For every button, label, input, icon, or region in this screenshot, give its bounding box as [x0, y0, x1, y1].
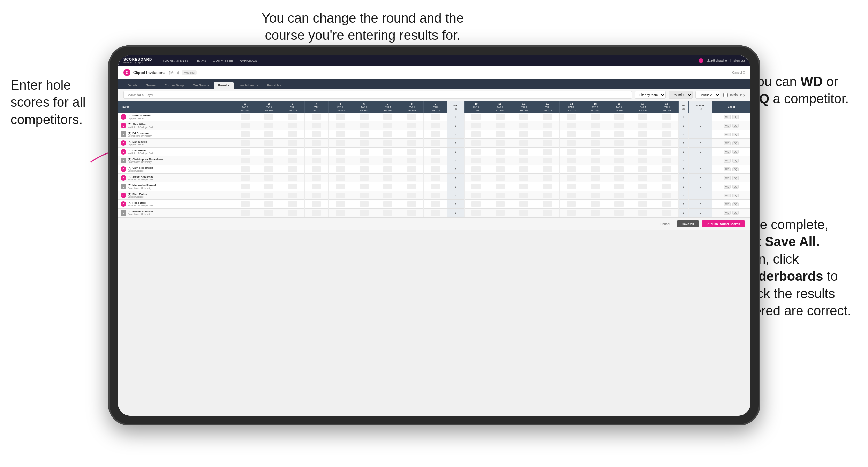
hole-4-cell[interactable]	[304, 182, 328, 191]
hole-13-cell[interactable]	[536, 165, 559, 174]
hole-5-input[interactable]	[336, 201, 345, 207]
hole-5-input[interactable]	[336, 193, 345, 198]
hole-4-input[interactable]	[312, 201, 321, 207]
hole-10-input[interactable]	[471, 114, 481, 120]
hole-7-input[interactable]	[383, 184, 392, 189]
hole-11-input[interactable]	[496, 149, 505, 155]
hole-11-cell[interactable]	[488, 191, 512, 200]
hole-5-input[interactable]	[336, 131, 345, 137]
hole-6-input[interactable]	[360, 123, 369, 128]
hole-5-input[interactable]	[336, 114, 345, 120]
hole-10-cell[interactable]	[464, 174, 488, 182]
hole-4-input[interactable]	[312, 131, 321, 137]
hole-16-input[interactable]	[614, 114, 624, 120]
hole-9-input[interactable]	[431, 166, 440, 172]
hole-9-cell[interactable]	[424, 148, 447, 156]
hole-7-cell[interactable]	[376, 182, 400, 191]
hole-16-input[interactable]	[614, 193, 624, 198]
hole-2-input[interactable]	[264, 193, 273, 198]
hole-13-input[interactable]	[543, 201, 552, 207]
hole-17-input[interactable]	[638, 166, 647, 172]
hole-16-input[interactable]	[614, 140, 624, 146]
hole-17-input[interactable]	[638, 158, 647, 163]
hole-1-input[interactable]	[241, 123, 250, 128]
hole-6-cell[interactable]	[352, 121, 376, 130]
hole-7-cell[interactable]	[376, 148, 400, 156]
hole-7-input[interactable]	[383, 166, 392, 172]
hole-8-cell[interactable]	[400, 165, 423, 174]
hole-15-input[interactable]	[591, 140, 600, 146]
hole-13-input[interactable]	[543, 123, 552, 128]
hole-8-input[interactable]	[407, 201, 416, 207]
hole-15-cell[interactable]	[583, 113, 607, 121]
hole-5-cell[interactable]	[329, 182, 352, 191]
hole-3-input[interactable]	[288, 131, 297, 137]
wd-button[interactable]: WD	[724, 124, 731, 128]
hole-2-input[interactable]	[264, 158, 273, 163]
hole-1-cell[interactable]	[233, 191, 257, 200]
hole-1-input[interactable]	[241, 158, 250, 163]
hole-3-cell[interactable]	[281, 182, 304, 191]
hole-6-cell[interactable]	[352, 130, 376, 139]
hole-18-input[interactable]	[662, 210, 671, 216]
hole-13-cell[interactable]	[536, 209, 559, 217]
hole-11-cell[interactable]	[488, 156, 512, 165]
hole-14-cell[interactable]	[559, 165, 583, 174]
hole-10-cell[interactable]	[464, 200, 488, 209]
search-input[interactable]	[123, 91, 632, 99]
hole-11-cell[interactable]	[488, 148, 512, 156]
hole-2-input[interactable]	[264, 131, 273, 137]
hole-8-cell[interactable]	[400, 191, 423, 200]
wd-button[interactable]: WD	[724, 185, 731, 189]
hole-14-cell[interactable]	[559, 156, 583, 165]
hole-15-input[interactable]	[591, 210, 600, 216]
hole-16-input[interactable]	[614, 149, 624, 155]
hole-2-cell[interactable]	[257, 165, 281, 174]
hole-8-cell[interactable]	[400, 130, 423, 139]
hole-11-cell[interactable]	[488, 174, 512, 182]
hole-6-input[interactable]	[360, 210, 369, 216]
hole-6-cell[interactable]	[352, 174, 376, 182]
hole-14-input[interactable]	[567, 175, 576, 181]
hole-14-cell[interactable]	[559, 113, 583, 121]
hole-18-input[interactable]	[662, 131, 671, 137]
wd-button[interactable]: WD	[724, 176, 731, 180]
hole-2-input[interactable]	[264, 210, 273, 216]
hole-10-input[interactable]	[471, 166, 481, 172]
hole-8-input[interactable]	[407, 210, 416, 216]
hole-6-input[interactable]	[360, 158, 369, 163]
dq-button[interactable]: DQ	[732, 159, 739, 163]
hole-14-cell[interactable]	[559, 182, 583, 191]
hole-13-cell[interactable]	[536, 200, 559, 209]
hole-15-cell[interactable]	[583, 165, 607, 174]
wd-button[interactable]: WD	[724, 167, 731, 171]
hole-11-input[interactable]	[496, 210, 505, 216]
hole-5-cell[interactable]	[329, 121, 352, 130]
hole-16-input[interactable]	[614, 184, 624, 189]
hole-1-input[interactable]	[241, 184, 250, 189]
hole-17-cell[interactable]	[631, 130, 655, 139]
hole-1-input[interactable]	[241, 114, 250, 120]
hole-17-cell[interactable]	[631, 121, 655, 130]
hole-6-input[interactable]	[360, 175, 369, 181]
hole-8-input[interactable]	[407, 149, 416, 155]
hole-7-input[interactable]	[383, 201, 392, 207]
hole-4-cell[interactable]	[304, 148, 328, 156]
hole-8-input[interactable]	[407, 193, 416, 198]
wd-button[interactable]: WD	[724, 194, 731, 197]
hole-15-cell[interactable]	[583, 148, 607, 156]
hole-18-cell[interactable]	[655, 209, 678, 217]
hole-14-input[interactable]	[567, 210, 576, 216]
hole-9-input[interactable]	[431, 193, 440, 198]
hole-3-input[interactable]	[288, 166, 297, 172]
hole-13-cell[interactable]	[536, 121, 559, 130]
hole-8-cell[interactable]	[400, 200, 423, 209]
hole-1-cell[interactable]	[233, 130, 257, 139]
hole-11-cell[interactable]	[488, 165, 512, 174]
publish-button[interactable]: Publish Round Scores	[702, 220, 745, 227]
hole-8-cell[interactable]	[400, 156, 423, 165]
hole-6-cell[interactable]	[352, 191, 376, 200]
hole-14-cell[interactable]	[559, 148, 583, 156]
hole-12-cell[interactable]	[512, 156, 536, 165]
hole-1-input[interactable]	[241, 210, 250, 216]
